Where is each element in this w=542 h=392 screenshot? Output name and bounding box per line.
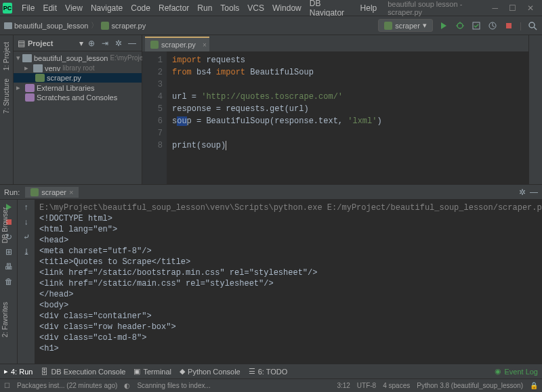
gear-icon[interactable]: ✲	[113, 38, 124, 49]
status-cursor-pos[interactable]: 3:12	[337, 382, 350, 389]
code-editor[interactable]: import requestsfrom bs4 import Beautiful…	[167, 51, 528, 184]
breadcrumb-root-label: beautiful_soup_lesson	[14, 22, 88, 30]
close-tab-icon[interactable]: ×	[203, 41, 207, 49]
breadcrumb-sep: 〉	[91, 20, 98, 30]
project-tree[interactable]: ▾ beautiful_soup_lesson E:\myProje... ▸ …	[14, 51, 142, 104]
folder-icon	[22, 54, 32, 62]
python-file-icon	[35, 74, 45, 82]
breadcrumb-root[interactable]: beautiful_soup_lesson	[4, 22, 88, 30]
project-panel-arrow[interactable]: ▾	[79, 39, 83, 48]
profile-icon[interactable]	[487, 20, 498, 31]
menu-tools[interactable]: Tools	[216, 3, 243, 13]
run-tool-window: Run: scraper × ✲ — ↻ ⊞ 🖶 🗑 ↑ ↓ ⤶ ⤓	[0, 184, 542, 364]
debug-icon[interactable]	[455, 20, 465, 31]
menu-refactor[interactable]: Refactor	[154, 3, 193, 13]
menu-edit[interactable]: Edit	[39, 3, 61, 13]
expand-arrow-icon[interactable]: ▾	[16, 53, 20, 62]
menu-file[interactable]: File	[18, 3, 39, 13]
expand-arrow-icon[interactable]: ▸	[16, 83, 23, 92]
folder-icon: ▤	[18, 39, 25, 48]
layout-icon[interactable]: ⊞	[4, 247, 14, 257]
editor-body[interactable]: 1 2 3 4 5 6 7 8 import requestsfrom bs4 …	[142, 51, 528, 184]
search-icon[interactable]	[527, 20, 538, 31]
editor-tab-scraper[interactable]: scraper.py ×	[145, 37, 209, 51]
editor-tab-label: scraper.py	[161, 41, 196, 49]
run-config-selector[interactable]: scraper ▾	[378, 19, 433, 32]
tab-run[interactable]: ▸ 4: Run	[4, 367, 33, 376]
hide-icon[interactable]: —	[127, 38, 138, 49]
scratch-icon	[25, 93, 35, 102]
menu-view[interactable]: View	[61, 3, 87, 13]
menu-run[interactable]: Run	[193, 3, 216, 13]
status-indent[interactable]: 4 spaces	[383, 382, 410, 389]
window-title: beautiful soup lesson - scraper.py	[381, 0, 492, 16]
tool-window-dbbrowser[interactable]: DB Browser	[0, 203, 10, 247]
trash-icon[interactable]: 🗑	[4, 277, 14, 286]
database-icon: 🗄	[41, 368, 48, 376]
python-file-icon	[101, 22, 109, 30]
todo-icon: ☰	[249, 367, 255, 376]
breadcrumb-file-label: scraper.py	[111, 22, 146, 30]
scroll-icon[interactable]: ⤓	[22, 247, 31, 257]
up-icon[interactable]: ↑	[22, 202, 31, 212]
folder-icon	[4, 22, 12, 29]
titlebar: PC File Edit View Navigate Code Refactor…	[0, 0, 542, 16]
tab-python-console[interactable]: ◆ Python Console	[180, 367, 241, 376]
tree-venv[interactable]: ▸ venv library root	[14, 63, 142, 73]
tree-root-label: beautiful_soup_lesson	[34, 54, 108, 62]
chevron-down-icon: ▾	[423, 21, 427, 30]
collapse-icon[interactable]: ⇥	[100, 38, 110, 49]
project-panel: ▤ Project ▾ ⊕ ⇥ ✲ — ▾ beautiful_soup_les…	[14, 35, 142, 184]
python-icon: ◆	[180, 367, 185, 376]
menu-vcs[interactable]: VCS	[243, 3, 268, 13]
tool-window-favorites[interactable]: 2: Favorites	[0, 298, 10, 341]
coverage-icon[interactable]	[471, 20, 482, 31]
hide-icon[interactable]: —	[530, 188, 538, 197]
run-tab-label: scraper	[41, 188, 66, 196]
tab-todo[interactable]: ☰ 6: TODO	[249, 367, 288, 376]
maximize-icon[interactable]: ☐	[509, 3, 516, 13]
status-interpreter[interactable]: Python 3.8 (beautiful_soup_lesson)	[417, 382, 523, 389]
library-icon	[25, 84, 35, 92]
menu-help[interactable]: Help	[356, 3, 381, 13]
run-icon[interactable]	[438, 20, 449, 31]
tree-external-libraries[interactable]: ▸ External Libraries	[14, 83, 142, 93]
bottom-tool-tabs: ▸ 4: Run 🗄 DB Execution Console ▣ Termin…	[0, 364, 542, 378]
tree-root[interactable]: ▾ beautiful_soup_lesson E:\myProje...	[14, 53, 142, 63]
console-output[interactable]: E:\myProject\beautiful_soup_lesson\venv\…	[35, 200, 542, 364]
status-indicator-icon[interactable]: ☐	[4, 382, 10, 389]
close-icon[interactable]: ✕	[527, 3, 534, 13]
tree-scratches[interactable]: Scratches and Consoles	[14, 93, 142, 102]
breadcrumb-file[interactable]: scraper.py	[101, 22, 146, 30]
status-packages[interactable]: Packages inst... (22 minutes ago)	[17, 382, 117, 389]
wrap-icon[interactable]: ⤶	[22, 232, 31, 242]
gear-icon[interactable]: ✲	[519, 188, 526, 197]
tab-event-log[interactable]: ◉ Event Log	[495, 367, 538, 376]
app-logo: PC	[3, 3, 12, 14]
python-file-icon	[384, 22, 392, 30]
stop-icon[interactable]	[503, 20, 514, 31]
lock-icon[interactable]: 🔒	[530, 382, 538, 389]
tree-file-scraper[interactable]: scraper.py	[14, 73, 142, 83]
tool-window-project[interactable]: 1: Project	[1, 38, 12, 74]
status-encoding[interactable]: UTF-8	[357, 382, 376, 389]
locate-icon[interactable]: ⊕	[86, 38, 97, 49]
tab-terminal[interactable]: ▣ Terminal	[133, 367, 171, 376]
close-tab-icon[interactable]: ×	[69, 188, 73, 196]
run-config-label: scraper	[395, 22, 420, 30]
menu-window[interactable]: Window	[268, 3, 306, 13]
run-tab-scraper[interactable]: scraper ×	[25, 187, 79, 198]
tab-db-console[interactable]: 🗄 DB Execution Console	[41, 368, 125, 376]
minimize-icon[interactable]: ─	[492, 3, 498, 13]
tool-window-structure[interactable]: 7: Structure	[1, 74, 12, 118]
menu-dbnavigator[interactable]: DB Navigator	[306, 0, 356, 18]
progress-icon: ◐	[124, 382, 130, 389]
menu-code[interactable]: Code	[127, 3, 154, 13]
menu-navigate[interactable]: Navigate	[87, 3, 127, 13]
expand-arrow-icon[interactable]: ▸	[24, 64, 31, 72]
print-icon[interactable]: 🖶	[4, 262, 14, 271]
tree-venv-note: library root	[62, 64, 94, 72]
run-panel-label: Run:	[4, 188, 20, 196]
svg-rect-6	[506, 23, 512, 28]
down-icon[interactable]: ↓	[22, 217, 31, 227]
